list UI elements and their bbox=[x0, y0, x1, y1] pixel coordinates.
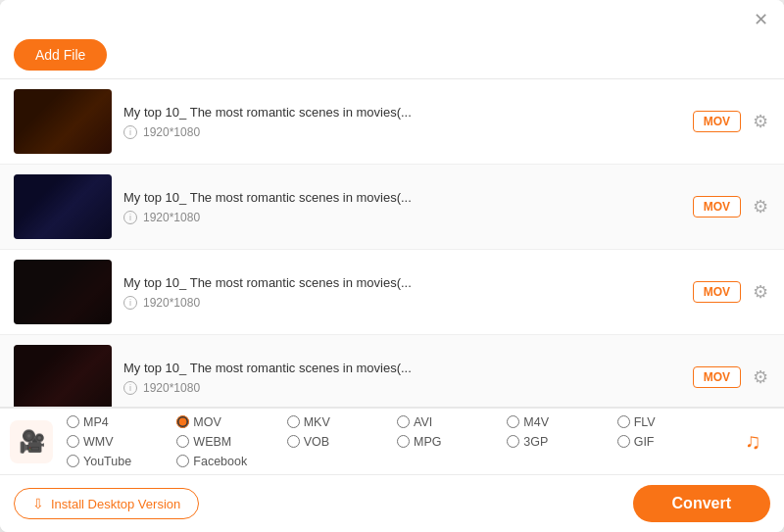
file-name: My top 10_ The most romantic scenes in m… bbox=[123, 275, 681, 290]
file-meta: i 1920*1080 bbox=[123, 296, 681, 310]
file-resolution: 1920*1080 bbox=[143, 211, 200, 224]
format-option-mp4[interactable]: MP4 bbox=[63, 413, 172, 431]
format-radio-flv[interactable] bbox=[617, 415, 630, 428]
file-thumbnail bbox=[14, 174, 112, 239]
film-icon: 🎥 bbox=[19, 429, 45, 455]
info-icon[interactable]: i bbox=[123, 125, 137, 139]
format-label-flv: FLV bbox=[634, 415, 656, 429]
file-name: My top 10_ The most romantic scenes in m… bbox=[123, 190, 681, 205]
info-icon[interactable]: i bbox=[123, 211, 137, 224]
music-icon: ♫ bbox=[745, 429, 761, 455]
format-radio-gif[interactable] bbox=[617, 435, 630, 448]
file-actions: MOV ⚙ bbox=[693, 279, 770, 305]
format-radio-avi[interactable] bbox=[397, 415, 410, 428]
format-option-gif[interactable]: GIF bbox=[613, 433, 723, 451]
file-actions: MOV ⚙ bbox=[693, 364, 770, 390]
format-label-gif: GIF bbox=[634, 435, 655, 449]
format-radio-vob[interactable] bbox=[287, 435, 300, 448]
file-info: My top 10_ The most romantic scenes in m… bbox=[123, 105, 681, 139]
file-actions: MOV ⚙ bbox=[693, 194, 770, 219]
format-radio-mp4[interactable] bbox=[67, 415, 79, 428]
format-badge[interactable]: MOV bbox=[693, 366, 741, 388]
format-option-vob[interactable]: VOB bbox=[283, 433, 393, 451]
format-option-flv[interactable]: FLV bbox=[613, 413, 723, 431]
format-badge[interactable]: MOV bbox=[693, 111, 741, 132]
format-label-mpg: MPG bbox=[414, 435, 441, 449]
file-resolution: 1920*1080 bbox=[143, 296, 200, 310]
format-label-mov: MOV bbox=[193, 415, 220, 429]
file-info: My top 10_ The most romantic scenes in m… bbox=[123, 275, 681, 310]
file-meta: i 1920*1080 bbox=[123, 125, 681, 139]
file-info: My top 10_ The most romantic scenes in m… bbox=[123, 361, 681, 395]
format-label-m4v: M4V bbox=[523, 415, 549, 429]
info-icon[interactable]: i bbox=[123, 296, 137, 310]
format-label-avi: AVI bbox=[414, 415, 432, 429]
file-thumbnail bbox=[14, 260, 112, 324]
info-icon[interactable]: i bbox=[123, 381, 137, 395]
file-item: My top 10_ The most romantic scenes in m… bbox=[0, 335, 784, 408]
format-radio-youtube[interactable] bbox=[67, 455, 79, 467]
format-option-webm[interactable]: WEBM bbox=[172, 433, 282, 451]
file-info: My top 10_ The most romantic scenes in m… bbox=[123, 190, 681, 224]
file-item: My top 10_ The most romantic scenes in m… bbox=[0, 165, 784, 250]
format-label-3gp: 3GP bbox=[523, 435, 548, 449]
settings-button[interactable]: ⚙ bbox=[751, 109, 770, 134]
format-label-mkv: MKV bbox=[304, 415, 330, 429]
format-label-mp4: MP4 bbox=[83, 415, 109, 429]
format-label-webm: WEBM bbox=[193, 435, 231, 449]
film-icon-wrap: 🎥 bbox=[10, 420, 53, 463]
format-radio-mkv[interactable] bbox=[287, 415, 300, 428]
format-label-wmv: WMV bbox=[83, 435, 114, 449]
format-option-m4v[interactable]: M4V bbox=[503, 413, 612, 431]
add-file-button[interactable]: Add File bbox=[14, 39, 107, 71]
file-list: My top 10_ The most romantic scenes in m… bbox=[0, 78, 784, 408]
format-option-facebook[interactable]: Facebook bbox=[172, 453, 282, 470]
format-radio-wmv[interactable] bbox=[67, 435, 79, 448]
install-label: Install Desktop Version bbox=[51, 497, 180, 511]
format-label-youtube: YouTube bbox=[83, 455, 131, 468]
format-option-avi[interactable]: AVI bbox=[393, 413, 503, 431]
format-option-mpg[interactable]: MPG bbox=[393, 433, 503, 451]
format-option-3gp[interactable]: 3GP bbox=[503, 433, 612, 451]
settings-button[interactable]: ⚙ bbox=[751, 194, 770, 219]
format-label-facebook: Facebook bbox=[193, 455, 247, 468]
format-bar: 🎥 MP4MOVMKVAVIM4VFLVWMVWEBMVOBMPG3GPGIFY… bbox=[0, 408, 784, 474]
bottom-bar: ⇩ Install Desktop Version Convert bbox=[0, 474, 784, 532]
settings-button[interactable]: ⚙ bbox=[751, 364, 770, 390]
format-radio-facebook[interactable] bbox=[176, 455, 189, 467]
header-bar: Add File bbox=[0, 35, 784, 78]
format-options: MP4MOVMKVAVIM4VFLVWMVWEBMVOBMPG3GPGIFYou… bbox=[63, 413, 723, 470]
format-radio-mpg[interactable] bbox=[397, 435, 410, 448]
file-name: My top 10_ The most romantic scenes in m… bbox=[123, 361, 681, 375]
format-label-vob: VOB bbox=[304, 435, 329, 449]
settings-button[interactable]: ⚙ bbox=[751, 279, 770, 305]
format-radio-3gp[interactable] bbox=[507, 435, 519, 448]
convert-button[interactable]: Convert bbox=[633, 485, 770, 522]
file-thumbnail bbox=[14, 89, 112, 154]
file-meta: i 1920*1080 bbox=[123, 211, 681, 224]
file-item: My top 10_ The most romantic scenes in m… bbox=[0, 250, 784, 335]
format-radio-mov[interactable] bbox=[176, 415, 189, 428]
file-item: My top 10_ The most romantic scenes in m… bbox=[0, 79, 784, 165]
format-option-wmv[interactable]: WMV bbox=[63, 433, 172, 451]
format-badge[interactable]: MOV bbox=[693, 281, 741, 303]
file-thumbnail bbox=[14, 345, 112, 408]
install-button[interactable]: ⇩ Install Desktop Version bbox=[14, 488, 199, 519]
format-badge[interactable]: MOV bbox=[693, 196, 741, 218]
format-radio-m4v[interactable] bbox=[507, 415, 519, 428]
main-window: ✕ Add File My top 10_ The most romantic … bbox=[0, 0, 784, 532]
download-icon: ⇩ bbox=[32, 496, 44, 511]
format-radio-webm[interactable] bbox=[176, 435, 189, 448]
file-resolution: 1920*1080 bbox=[143, 125, 200, 139]
close-button[interactable]: ✕ bbox=[751, 10, 770, 29]
format-option-mov[interactable]: MOV bbox=[172, 413, 282, 431]
format-option-youtube[interactable]: YouTube bbox=[63, 453, 172, 470]
music-icon-wrap: ♫ bbox=[731, 420, 774, 463]
file-meta: i 1920*1080 bbox=[123, 381, 681, 395]
format-option-mkv[interactable]: MKV bbox=[283, 413, 393, 431]
file-name: My top 10_ The most romantic scenes in m… bbox=[123, 105, 681, 120]
file-resolution: 1920*1080 bbox=[143, 381, 200, 395]
file-actions: MOV ⚙ bbox=[693, 109, 770, 134]
title-bar: ✕ bbox=[0, 0, 784, 35]
